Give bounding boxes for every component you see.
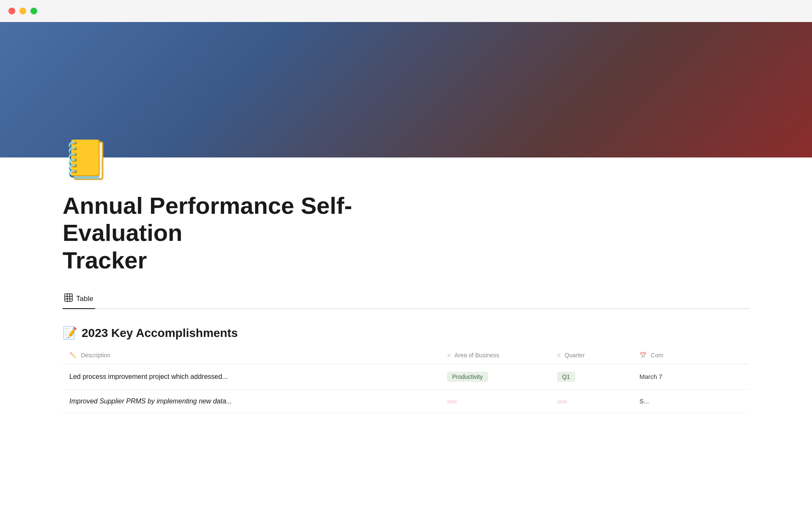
col-header-description: ✏️ Description xyxy=(63,347,440,364)
page-title: Annual Performance Self-Evaluation Track… xyxy=(63,192,401,274)
list-icon-area: ≡ xyxy=(447,352,450,359)
close-button[interactable] xyxy=(8,8,15,14)
row1-quarter: Q1 xyxy=(550,364,633,390)
title-bar xyxy=(0,0,812,22)
table-row[interactable]: Led process improvement project which ad… xyxy=(63,364,749,390)
tab-table[interactable]: Table xyxy=(63,289,95,309)
hero-banner xyxy=(0,22,812,157)
accomplishments-section: 📝 2023 Key Accomplishments ✏️ Descriptio… xyxy=(63,326,749,413)
row2-completion: S... xyxy=(633,390,749,413)
main-content: 📒 Annual Performance Self-Evaluation Tra… xyxy=(0,22,812,439)
calendar-icon: 📅 xyxy=(639,352,647,359)
page-icon: 📒 xyxy=(63,138,110,181)
quarter-badge-q1[interactable]: Q1 xyxy=(557,372,575,382)
section-title-text: 2023 Key Accomplishments xyxy=(82,326,238,340)
accomplishments-table: ✏️ Description ≡ Area of Business ≡ Quar… xyxy=(63,347,749,413)
area-badge-productivity[interactable]: Productivity xyxy=(447,372,488,382)
svg-rect-0 xyxy=(65,294,72,301)
page-icon-area: 📒 xyxy=(63,141,749,179)
list-icon-quarter: ≡ xyxy=(557,352,560,359)
area-badge-row2[interactable] xyxy=(447,400,457,403)
table-icon xyxy=(64,293,73,304)
col-header-quarter: ≡ Quarter xyxy=(550,347,633,364)
completion-date-2: S... xyxy=(639,398,649,405)
row2-description: Improved Supplier PRMS by implementing n… xyxy=(63,390,440,413)
completion-date-1: March 7 xyxy=(639,373,662,380)
section-icon: 📝 xyxy=(63,326,77,340)
minimize-button[interactable] xyxy=(19,8,26,14)
row1-area: Productivity xyxy=(440,364,550,390)
table-row[interactable]: Improved Supplier PRMS by implementing n… xyxy=(63,390,749,413)
row1-completion: March 7 xyxy=(633,364,749,390)
tab-bar: Table xyxy=(63,289,749,309)
row2-area xyxy=(440,390,550,413)
section-title: 📝 2023 Key Accomplishments xyxy=(63,326,749,340)
col-header-completion: 📅 Com xyxy=(633,347,749,364)
row1-description: Led process improvement project which ad… xyxy=(63,364,440,390)
tab-table-label: Table xyxy=(76,295,93,303)
pencil-icon: ✏️ xyxy=(69,352,77,359)
maximize-button[interactable] xyxy=(30,8,37,14)
table-header-row: ✏️ Description ≡ Area of Business ≡ Quar… xyxy=(63,347,749,364)
quarter-badge-row2[interactable] xyxy=(557,400,567,403)
col-header-area: ≡ Area of Business xyxy=(440,347,550,364)
page-body: 📒 Annual Performance Self-Evaluation Tra… xyxy=(0,141,812,439)
row2-quarter xyxy=(550,390,633,413)
